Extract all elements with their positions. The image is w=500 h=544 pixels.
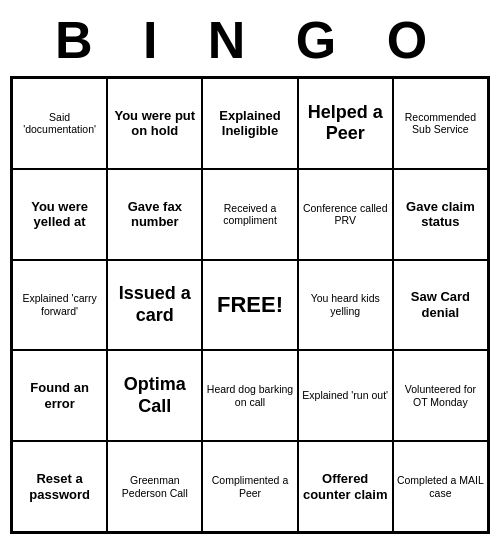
bingo-cell-4: Recommended Sub Service <box>393 78 488 169</box>
bingo-cell-22: Complimented a Peer <box>202 441 297 532</box>
bingo-cell-8: Conference called PRV <box>298 169 393 260</box>
bingo-cell-23: Offered counter claim <box>298 441 393 532</box>
bingo-cell-11: Issued a card <box>107 260 202 351</box>
bingo-cell-5: You were yelled at <box>12 169 107 260</box>
bingo-cell-17: Heard dog barking on call <box>202 350 297 441</box>
bingo-cell-9: Gave claim status <box>393 169 488 260</box>
bingo-cell-15: Found an error <box>12 350 107 441</box>
bingo-grid: Said 'documentation'You were put on hold… <box>10 76 490 534</box>
bingo-cell-18: Explained 'run out' <box>298 350 393 441</box>
bingo-cell-20: Reset a password <box>12 441 107 532</box>
bingo-cell-19: Volunteered for OT Monday <box>393 350 488 441</box>
bingo-cell-13: You heard kids yelling <box>298 260 393 351</box>
bingo-title: B I N G O <box>10 10 490 70</box>
bingo-cell-10: Explained 'carry forward' <box>12 260 107 351</box>
bingo-cell-0: Said 'documentation' <box>12 78 107 169</box>
bingo-cell-24: Completed a MAIL case <box>393 441 488 532</box>
bingo-cell-7: Received a compliment <box>202 169 297 260</box>
bingo-cell-12: FREE! <box>202 260 297 351</box>
bingo-cell-1: You were put on hold <box>107 78 202 169</box>
bingo-cell-2: Explained Ineligible <box>202 78 297 169</box>
bingo-cell-21: Greenman Pederson Call <box>107 441 202 532</box>
bingo-cell-3: Helped a Peer <box>298 78 393 169</box>
bingo-cell-6: Gave fax number <box>107 169 202 260</box>
bingo-cell-16: Optima Call <box>107 350 202 441</box>
bingo-cell-14: Saw Card denial <box>393 260 488 351</box>
